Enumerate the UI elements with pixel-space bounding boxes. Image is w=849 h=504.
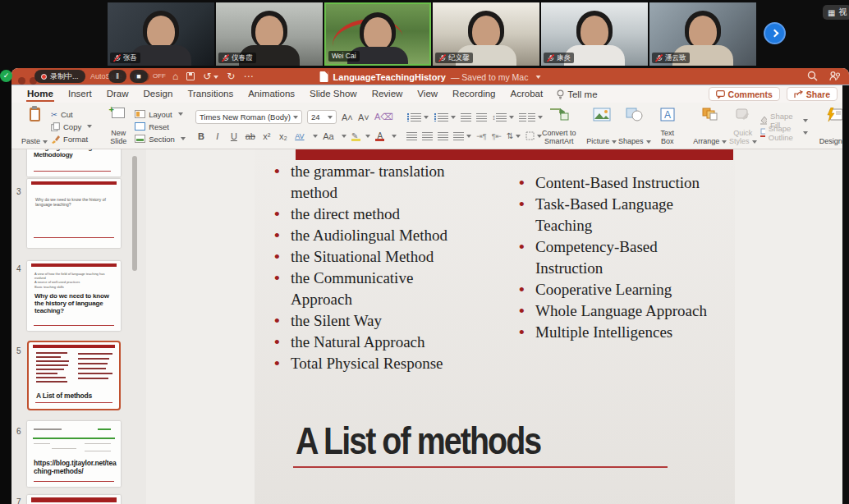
methods-list-right[interactable]: Content-Based Instruction Task-Based Lan… — [516, 172, 713, 343]
participant-tile[interactable]: 康炎 — [541, 2, 648, 66]
slide-6-thumbnail[interactable]: https://blog.tjtaylor.net/teaching-metho… — [27, 421, 121, 487]
slide-2-thumbnail[interactable]: Language Teaching Methodology — [27, 149, 121, 176]
align-center-icon[interactable] — [422, 132, 433, 140]
clipboard-group: ✂Cut Copy Format — [51, 106, 92, 147]
participant-tile[interactable]: 纪义馨 — [433, 2, 539, 66]
tab-review[interactable]: Review — [365, 85, 411, 103]
undo-icon[interactable]: ↺ — [203, 71, 218, 82]
comments-button[interactable]: Comments — [709, 87, 780, 101]
bullets-icon[interactable] — [406, 113, 429, 121]
stop-recording-button[interactable]: ■ — [130, 70, 148, 83]
save-icon[interactable] — [186, 72, 195, 80]
tab-animations[interactable]: Animations — [241, 85, 302, 103]
quick-styles-button[interactable]: Quick Styles — [727, 106, 760, 147]
superscript-button[interactable]: x² — [261, 131, 273, 141]
line-spacing-icon[interactable]: ↕ — [492, 113, 514, 121]
tab-recording[interactable]: Recording — [445, 85, 503, 103]
tab-view[interactable]: View — [410, 85, 445, 103]
align-right-icon[interactable] — [438, 132, 448, 140]
strikethrough-button[interactable]: ab — [245, 131, 256, 141]
slide-7-thumbnail[interactable] — [27, 495, 121, 504]
slide-canvas[interactable]: the grammar- translation method the dire… — [255, 149, 735, 504]
screen-recording-indicator[interactable]: 录制中... — [34, 70, 85, 83]
convert-smartart-button[interactable]: Convert to SmartArt — [543, 106, 576, 147]
slide-4-bullet: A view of how the field of language teac… — [34, 272, 115, 280]
gallery-view-button[interactable]: ▦ 视 — [823, 5, 849, 20]
columns-icon[interactable] — [519, 113, 543, 121]
home-icon[interactable]: ⌂ — [172, 71, 178, 82]
italic-button[interactable]: I — [212, 131, 223, 141]
highlight-pen-icon[interactable]: ✎ — [351, 131, 358, 140]
new-slide-button[interactable]: + New Slide — [102, 106, 135, 147]
paste-button[interactable]: Paste — [18, 106, 51, 147]
thumbnail-scrollbar[interactable] — [132, 156, 137, 271]
copy-button[interactable]: Copy — [51, 121, 92, 132]
tab-draw[interactable]: Draw — [99, 85, 136, 103]
quick-styles-label: Quick Styles — [729, 129, 752, 145]
slide-5-thumbnail-selected[interactable]: A List of methods — [27, 341, 121, 410]
pause-recording-button[interactable]: ‖ — [108, 70, 126, 83]
title-dropdown-icon[interactable] — [535, 76, 540, 79]
participant-tile[interactable]: 张吾 — [108, 2, 214, 66]
share-button[interactable]: Share — [787, 87, 838, 101]
tab-slide-show[interactable]: Slide Show — [302, 85, 365, 103]
clear-formatting-icon[interactable]: A⌫ — [374, 112, 386, 122]
slide-4-thumbnail[interactable]: A view of how the field of language teac… — [27, 261, 121, 331]
justify-icon[interactable] — [453, 132, 471, 140]
tab-design[interactable]: Design — [136, 85, 181, 103]
shapes-button[interactable]: Shapes — [618, 106, 651, 147]
search-icon[interactable] — [807, 71, 818, 81]
font-name-select[interactable]: Times New Roman (Body) — [195, 110, 302, 124]
text-direction-icon[interactable]: ⇥¶ — [476, 132, 486, 140]
tab-home[interactable]: Home — [20, 85, 61, 103]
slide-title[interactable]: A List of methods — [296, 420, 540, 464]
font-name-value: Times New Roman (Body) — [200, 112, 291, 121]
font-size-value: 24 — [311, 112, 320, 121]
rtl-direction-icon[interactable]: ¶⇤ — [492, 132, 502, 140]
reset-button[interactable]: Reset — [135, 121, 186, 132]
tab-insert[interactable]: Insert — [61, 85, 99, 103]
change-case-button[interactable]: Aa — [323, 131, 334, 141]
layout-button[interactable]: Layout — [135, 109, 186, 120]
character-spacing-button[interactable]: AV — [294, 132, 305, 140]
picture-button[interactable]: Picture — [585, 106, 618, 147]
cut-button[interactable]: ✂Cut — [51, 109, 92, 120]
font-size-select[interactable]: 24 — [307, 110, 337, 124]
decrease-indent-icon[interactable] — [461, 113, 471, 121]
section-button[interactable]: Section — [135, 134, 186, 144]
sort-icon[interactable]: ⇅ — [507, 131, 521, 140]
methods-list-left[interactable]: the grammar- translation method the dire… — [271, 161, 461, 374]
bold-button[interactable]: B — [195, 131, 207, 141]
increase-indent-icon[interactable] — [476, 113, 487, 121]
text-align-box-icon[interactable] — [525, 131, 542, 140]
tab-transitions[interactable]: Transitions — [180, 85, 241, 103]
participant-tile[interactable]: 仪春霞 — [216, 2, 323, 66]
underline-button[interactable]: U — [228, 131, 240, 141]
workspace: Language Teaching Methodology 3 Why do w… — [11, 149, 849, 504]
next-participants-button[interactable] — [764, 22, 786, 44]
align-left-icon[interactable] — [406, 132, 417, 140]
text-box-button[interactable]: A Text Box — [651, 106, 684, 147]
decrease-font-icon[interactable]: A˅ — [358, 112, 369, 122]
arrange-button[interactable]: Arrange — [694, 106, 727, 147]
format-painter-button[interactable]: Format — [51, 134, 92, 144]
tell-me-button[interactable]: Tell me — [550, 89, 603, 99]
font-color-icon[interactable]: A — [375, 131, 384, 140]
participant-tile-active-speaker[interactable]: Wei Cai — [324, 2, 431, 66]
numbering-icon[interactable] — [434, 113, 456, 121]
share-arrow-icon — [794, 90, 803, 99]
tab-acrobat[interactable]: Acrobat — [503, 85, 551, 103]
participant-nametag: 张吾 — [110, 53, 140, 63]
section-label: Section — [149, 135, 175, 144]
security-shield-icon[interactable]: ✓ — [0, 70, 12, 82]
shape-outline-button[interactable]: Shape Outline — [760, 127, 808, 138]
window-titlebar[interactable]: 录制中... AutoSave ‖ ■ OFF ⌂ ↺ ↻ ⋯ Language… — [11, 68, 849, 85]
subscript-button[interactable]: x₂ — [278, 131, 289, 141]
increase-font-icon[interactable]: A˄ — [342, 112, 353, 122]
share-icon[interactable] — [829, 71, 841, 81]
redo-icon[interactable]: ↻ — [227, 71, 235, 82]
slide-3-thumbnail[interactable]: Why do we need to know the history of la… — [27, 179, 121, 248]
document-title-group[interactable]: LanguageTeachingHistory — Saved to my Ma… — [320, 68, 541, 85]
participant-tile[interactable]: 潘云致 — [649, 2, 756, 66]
more-commands-icon[interactable]: ⋯ — [243, 71, 253, 82]
